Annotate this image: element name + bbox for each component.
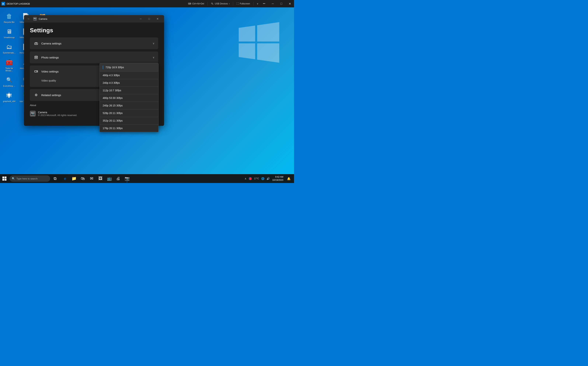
search-placeholder: Type here to search [16,177,37,180]
print-button[interactable]: 🖨 [114,174,122,183]
search-icon: 🔍 [12,177,15,180]
photo-settings-header[interactable]: Photo settings ∨ [30,52,158,63]
dropdown-option-4[interactable]: 480p 53:30 30fps [100,94,158,102]
vm-maximize-button[interactable]: □ [277,0,285,7]
dropdown-option-8[interactable]: 176p 20:11 30fps [100,124,158,132]
graphedt-label: graphedt_x64 [3,100,15,103]
photo-settings-section: Photo settings ∨ [30,52,158,63]
dropdown-option-7[interactable]: 352p 20:11 30fps [100,117,158,124]
related-settings-icon: ⚙ [34,92,39,98]
desktop-icon-sysinternals[interactable]: 🗂 Sysinternals... [2,42,17,55]
tray-wifi[interactable]: 🌐 [261,176,265,181]
photos-icon: 🖼 [98,176,103,181]
camera-app-icon: 📷 [33,17,37,21]
start-button[interactable] [0,174,9,183]
camera-app-button[interactable]: 📷 [123,174,131,183]
camera-minimize-button[interactable]: ─ [136,16,145,22]
mail-button[interactable]: ✉ [87,174,96,183]
vm-controls: ⌨ Ctrl+Alt+Del 🔌 USB Devices › ⛶ Fullscr… [186,2,267,6]
svg-rect-7 [2,179,4,181]
settings-title: Settings [30,27,158,34]
camera-settings-chevron: ∨ [153,42,155,45]
graphedt-icon: 🕷 [5,91,13,99]
camera-window: ← 📷 Camera ─ □ ✕ Settings Camera setting… [24,15,164,126]
notification-button[interactable]: 🔔 [285,174,292,183]
more-icon: ••• [263,2,265,5]
network-error-badge: 1 [249,177,252,180]
media-button[interactable]: 📺 [105,174,113,183]
everything-dash-label: Everything-... [3,85,15,87]
dropdown-option-3[interactable]: 112p 10:7 30fps [100,87,158,94]
sysinternals-label: Sysinternals... [3,52,15,54]
edge-icon: e [64,176,66,181]
more-options-button[interactable]: ••• [261,2,267,6]
edge-button[interactable]: e [61,174,69,183]
about-info: Camera © 2023 Microsoft. All rights rese… [38,111,77,117]
camera-window-buttons: ─ □ ✕ [136,16,162,22]
separator [207,2,208,6]
svg-point-0 [36,43,37,44]
tray-chevron[interactable]: ∧ [244,176,247,181]
recycle-bin-icon: 🗑 [5,12,13,20]
everything-dash-icon: 🔍 [5,76,13,84]
about-app-name: Camera [38,111,77,114]
vmwamcap-icon: 🖥 [5,28,13,36]
fullscreen-icon: ⛶ [237,2,239,5]
desktop-icon-everything-dash[interactable]: 🔍 Everything-... [2,75,17,88]
usb-icon: 🔌 [211,2,214,5]
separator3 [253,2,253,6]
svg-rect-4 [35,71,37,72]
recycle-bin-label: Recycle Bin [4,21,15,23]
taskbar-pinned-apps: e 📁 🛍 ✉ 🖼 📺 🖨 📷 [61,174,131,183]
camera-window-title: Camera [39,17,134,20]
photos-button[interactable]: 🖼 [96,174,105,183]
vm-icon: ▶ [1,2,5,6]
camera-settings-label: Camera settings [41,42,153,45]
dropdown-option-6[interactable]: 528p 20:11 30fps [100,109,158,117]
print-icon: 🖨 [116,176,120,181]
ctrl-alt-del-button[interactable]: ⌨ Ctrl+Alt+Del [186,2,206,6]
taskbar-date-value: 10/19/2023 [272,179,283,182]
tools-label: Tools for Windo... [3,67,16,72]
taskbar-datetime[interactable]: 9:42 AM 10/19/2023 [271,175,285,182]
desktop-icon-vmwamcap[interactable]: 🖥 VmwAmcap [2,26,17,40]
desktop-icon-graphedt[interactable]: 🕷 graphedt_x64 [2,90,17,104]
camera-back-button[interactable]: ← [26,16,31,21]
store-button[interactable]: 🛍 [79,174,87,183]
chevron-down-button[interactable]: ∨ [255,2,260,6]
camera-settings-section: Camera settings ∨ [30,38,158,49]
dropdown-option-0[interactable]: 720p 16:9 30fps [100,63,158,71]
tray-network[interactable]: 🌐 1 [248,176,253,181]
sysinternals-icon: 🗂 [5,43,13,51]
about-copyright: © 2023 Microsoft. All rights reserved. [38,114,77,117]
video-settings-icon [34,69,39,74]
task-view-button[interactable]: ⧉ [51,174,59,183]
vm-minimize-button[interactable]: ─ [268,0,277,7]
usb-devices-button[interactable]: 🔌 USB Devices › [209,2,231,6]
photo-settings-chevron: ∨ [153,56,155,59]
tray-volume[interactable]: 🔊 [266,176,270,181]
explorer-icon: 📁 [72,176,76,181]
desktop-icon-recycle-bin[interactable]: 🗑 Recycle Bin [2,11,17,24]
search-bar[interactable]: 🔍 Type here to search [10,175,50,182]
video-quality-dropdown: 720p 16:9 30fps 480p 4:3 30fps 240p 4:3 … [100,63,158,132]
camera-settings-header[interactable]: Camera settings ∨ [30,38,158,49]
desktop-icon-tools[interactable]: 🧰 Tools for Windo... [2,57,17,73]
camera-close-button[interactable]: ✕ [153,16,162,22]
dropdown-option-1[interactable]: 480p 4:3 30fps [100,72,158,79]
photo-settings-icon [34,55,39,60]
taskbar: 🔍 Type here to search ⧉ e 📁 🛍 ✉ 🖼 📺 🖨 📷 [0,174,294,183]
fullscreen-button[interactable]: ⛶ Fullscreen [235,2,252,6]
explorer-button[interactable]: 📁 [70,174,78,183]
svg-rect-1 [35,56,37,59]
chevron-right-icon: › [229,2,230,5]
chevron-down-icon: ∨ [257,2,258,5]
dropdown-option-2[interactable]: 240p 4:3 30fps [100,79,158,86]
camera-titlebar: ← 📷 Camera ─ □ ✕ [24,15,164,23]
dropdown-option-5[interactable]: 240p 26:15 30fps [100,102,158,109]
camera-active-indicator [127,182,127,182]
separator2 [233,2,233,6]
vm-close-button[interactable]: ✕ [285,0,294,7]
camera-maximize-button[interactable]: □ [145,16,153,22]
vm-window-buttons: ─ □ ✕ [268,0,294,7]
